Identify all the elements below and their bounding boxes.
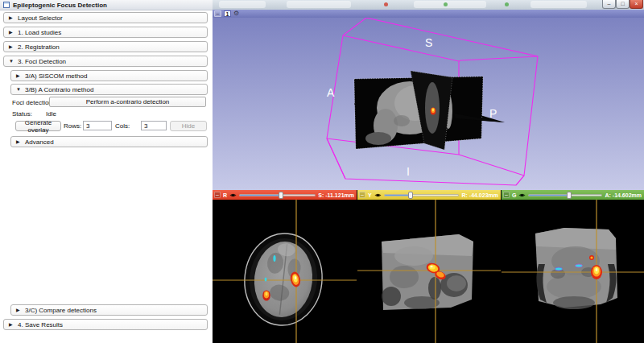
background-tab xyxy=(530,1,587,8)
pin-icon[interactable]: – xyxy=(359,192,365,198)
green-view-label: G xyxy=(512,192,516,198)
rows-label: Rows: xyxy=(64,122,81,130)
orientation-label-inferior: I xyxy=(407,165,410,178)
section-layout-selector[interactable]: ▶ Layout Selector xyxy=(3,12,208,23)
yellow-slice-view: – Y R: -44.023mm xyxy=(357,190,501,343)
section-registration[interactable]: ▶ 2. Registration xyxy=(3,41,208,52)
module-panel-title: Epileptogenic Focus Detection xyxy=(13,2,107,9)
red-slice-offset-value: S: -11.121mm xyxy=(318,192,354,198)
background-tab xyxy=(414,1,486,8)
background-window-titlebar: – □ × xyxy=(213,0,644,10)
sagittal-brain xyxy=(382,234,473,310)
pin-icon[interactable]: – xyxy=(214,10,221,17)
visibility-eye-icon[interactable] xyxy=(374,192,382,198)
yellow-slice-image[interactable] xyxy=(357,200,501,343)
background-tab xyxy=(287,1,351,8)
generate-overlay-button[interactable]: Generate overlay xyxy=(15,121,61,131)
orientation-label-anterior: A xyxy=(327,86,335,99)
chevron-right-icon: ▶ xyxy=(9,15,14,20)
section-save-results[interactable]: ▶ 4. Save Results xyxy=(3,319,208,330)
red-slice-offset-slider[interactable] xyxy=(239,192,316,199)
red-slice-controller: – R S: -11.121mm xyxy=(213,190,357,200)
perform-detection-button[interactable]: Perform a-contrario detection xyxy=(49,97,206,107)
cols-label: Cols: xyxy=(115,122,130,130)
hide-button[interactable]: Hide xyxy=(170,121,207,131)
status-label: Status: xyxy=(12,110,32,118)
pin-icon[interactable]: – xyxy=(503,192,510,198)
favicon-dot xyxy=(505,2,509,6)
slicer-window: Epileptogenic Focus Detection ▶ Layout S… xyxy=(0,0,644,343)
coronal-brain xyxy=(535,228,617,309)
section-load-studies[interactable]: ▶ 1. Load studies xyxy=(3,27,208,38)
minimize-button[interactable]: – xyxy=(602,0,616,9)
secondary-hotspot xyxy=(262,290,270,300)
status-value: Idle xyxy=(46,110,56,118)
orientation-label-superior: S xyxy=(425,36,432,49)
cols-input[interactable] xyxy=(141,121,167,130)
chevron-right-icon: ▶ xyxy=(9,30,14,35)
yellow-view-label: Y xyxy=(368,192,372,198)
module-panel: Epileptogenic Focus Detection ▶ Layout S… xyxy=(0,0,213,343)
visibility-eye-icon[interactable] xyxy=(229,192,237,198)
module-panel-icon xyxy=(3,2,10,8)
pin-icon[interactable]: – xyxy=(214,192,221,198)
axial-brain xyxy=(240,229,326,329)
view3d-label: 1 xyxy=(224,10,231,17)
focus-hotspot-3d xyxy=(431,107,436,114)
window-controls: – □ × xyxy=(602,0,643,9)
background-tab xyxy=(219,1,266,8)
foci-detection-label: Foci detection: xyxy=(12,99,54,106)
chevron-down-icon: ▼ xyxy=(16,87,21,92)
chevron-right-icon: ▶ xyxy=(16,73,21,78)
view3d-viewport[interactable]: S A P I xyxy=(213,18,644,190)
view3d-scene: S A P I xyxy=(213,18,644,190)
yellow-slice-offset-slider[interactable] xyxy=(384,192,460,199)
green-slice-offset-value: A: -14.602mm xyxy=(605,192,642,198)
yellow-slice-offset-value: R: -44.023mm xyxy=(461,192,498,198)
favicon-dot xyxy=(444,2,448,6)
chevron-right-icon: ▶ xyxy=(16,308,21,312)
slice-views-row: – R S: -11.121mm xyxy=(213,190,644,343)
red-view-label: R xyxy=(223,192,227,198)
green-slice-view: – G A: -14.602mm xyxy=(502,190,644,343)
close-button[interactable]: × xyxy=(630,0,643,9)
green-slice-controller: – G A: -14.602mm xyxy=(502,190,644,200)
orientation-label-posterior: P xyxy=(489,107,497,120)
chevron-down-icon: ▼ xyxy=(9,59,14,64)
visibility-eye-icon[interactable] xyxy=(518,192,526,198)
view3d-controller-bar: – 1 ⚙ xyxy=(213,10,644,18)
section-advanced[interactable]: ▶ Advanced xyxy=(10,136,208,147)
section-siscom-method[interactable]: ▶ 3/A) SISCOM method xyxy=(10,70,208,81)
gear-icon[interactable]: ⚙ xyxy=(233,10,239,17)
green-slice-image[interactable] xyxy=(502,200,644,343)
section-foci-detection[interactable]: ▼ 3. Foci Detection xyxy=(3,56,208,67)
red-slice-image[interactable] xyxy=(213,200,357,343)
maximize-button[interactable]: □ xyxy=(616,0,630,9)
section-compare-detections[interactable]: ▶ 3/C) Compare detections xyxy=(10,304,208,316)
chevron-right-icon: ▶ xyxy=(9,44,14,49)
yellow-slice-controller: – Y R: -44.023mm xyxy=(357,190,501,200)
module-panel-titlebar: Epileptogenic Focus Detection xyxy=(0,0,213,10)
rows-input[interactable] xyxy=(83,121,112,130)
chevron-right-icon: ▶ xyxy=(16,139,21,144)
section-a-contrario-method[interactable]: ▼ 3/B) A Contrario method xyxy=(10,84,208,95)
chevron-right-icon: ▶ xyxy=(9,322,14,327)
green-slice-offset-slider[interactable] xyxy=(528,192,602,199)
red-slice-view: – R S: -11.121mm xyxy=(213,190,357,343)
favicon-dot xyxy=(384,2,388,6)
view-area: – □ × – 1 ⚙ xyxy=(213,0,644,343)
